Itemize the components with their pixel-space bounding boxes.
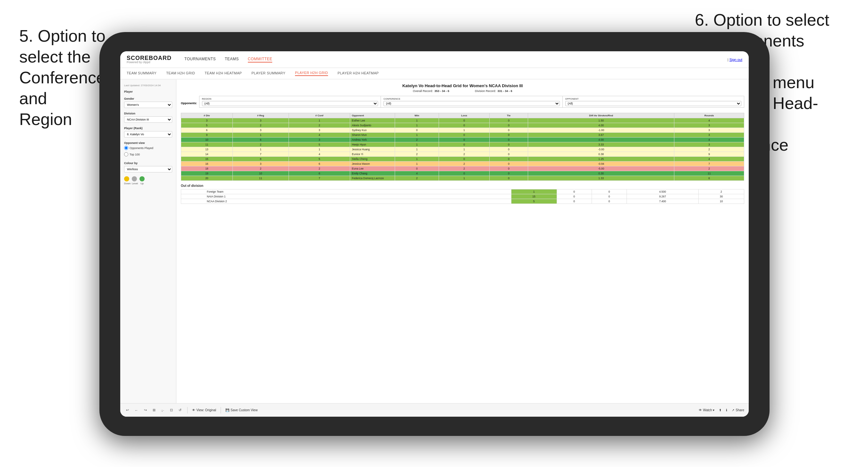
toolbar-info[interactable]: ℹ: [726, 408, 727, 412]
toolbar-grid[interactable]: ⊞: [151, 407, 157, 413]
watch-icon: 👁: [699, 408, 702, 412]
gender-label: Gender: [124, 97, 172, 100]
cell-conf: 7: [288, 176, 350, 181]
app-header: SCOREBOARD Powered by clippd TOURNAMENTS…: [120, 51, 749, 68]
out-table-row: NAIA Division 1 15 0 0 9.267 30: [181, 194, 744, 199]
logo-text: SCOREBOARD: [127, 55, 172, 61]
subnav-team-summary[interactable]: TEAM SUMMARY: [127, 71, 156, 75]
out-cell-tie: 0: [592, 194, 626, 199]
radio-opponents-played-input[interactable]: [124, 146, 128, 150]
toolbar-back[interactable]: ←: [133, 408, 140, 413]
tablet-screen: SCOREBOARD Powered by clippd TOURNAMENTS…: [120, 51, 749, 417]
toolbar-redo[interactable]: ↪: [143, 407, 148, 413]
cell-loss: 0: [439, 123, 489, 128]
out-cell-diff: 9.267: [626, 194, 699, 199]
table-body: 3 3 1 Esther Lee 1 0 0 1.50 4 5 2 2 Alex…: [181, 118, 744, 181]
out-cell-rounds: 30: [699, 194, 744, 199]
colour-legend: [124, 176, 172, 181]
colour-by-select[interactable]: Win/loss: [124, 166, 172, 173]
cell-loss: 0: [439, 171, 489, 176]
cell-diff: 0.38: [528, 152, 674, 157]
toolbar-undo[interactable]: ↩: [125, 407, 130, 413]
toolbar-export[interactable]: ⬆: [719, 408, 721, 412]
out-cell-loss: 0: [557, 194, 592, 199]
cell-div: 11: [181, 142, 233, 147]
nav-tournaments[interactable]: TOURNAMENTS: [184, 57, 216, 62]
cell-win: 1: [395, 161, 439, 166]
sidebar-division-section: Division NCAA Division III NCAA Division…: [124, 112, 172, 123]
region-filter-label: Region: [202, 97, 378, 100]
radio-top100[interactable]: Top 100: [124, 152, 172, 156]
circle-gray: [132, 176, 137, 181]
cell-diff: 4.00: [528, 123, 674, 128]
player-rank-select[interactable]: 8. Katelyn Vo: [124, 131, 172, 137]
cell-win: 1: [395, 123, 439, 128]
out-cell-diff: 4.500: [626, 189, 699, 194]
nav-teams[interactable]: TEAMS: [225, 57, 239, 62]
cell-div: 16: [181, 161, 233, 166]
cell-tie: 0: [490, 118, 528, 123]
cell-diff: 1.25: [528, 157, 674, 161]
cell-win: 1: [395, 142, 439, 147]
region-filter-select[interactable]: (All): [202, 101, 378, 106]
division-record: Division Record: 331 - 34 - 6: [475, 89, 513, 93]
subnav-player-h2h-grid[interactable]: PLAYER H2H GRID: [295, 71, 328, 76]
cell-win: 1: [395, 157, 439, 161]
cell-win: 2: [395, 137, 439, 142]
toolbar-save-custom[interactable]: 💾 Save Custom View: [225, 408, 257, 412]
label-down: Down: [124, 182, 129, 185]
toolbar-down[interactable]: ↓·: [160, 408, 165, 413]
cell-reg: 2: [232, 123, 288, 128]
circle-yellow: [124, 176, 129, 181]
subnav-player-h2h-heatmap[interactable]: PLAYER H2H HEATMAP: [338, 71, 379, 75]
subnav-player-summary[interactable]: PLAYER SUMMARY: [251, 71, 285, 75]
cell-conf: 3: [288, 137, 350, 142]
radio-top100-input[interactable]: [124, 152, 128, 156]
cell-rounds: 3: [674, 123, 744, 128]
cell-conf: 6: [288, 161, 350, 166]
radio-opponents-played[interactable]: Opponents Played: [124, 146, 172, 150]
toolbar-square[interactable]: ⊡: [169, 407, 174, 413]
cell-tie: 0: [490, 161, 528, 166]
sidebar-opponent-view-section: Opponent view Opponents Played Top 100: [124, 142, 172, 158]
nav-committee[interactable]: COMMITTEE: [248, 57, 273, 62]
cell-rounds: 3: [674, 133, 744, 137]
share-icon: ↗: [732, 408, 734, 412]
toolbar-watch[interactable]: 👁 Watch ▾: [699, 408, 715, 412]
header-sign-out: | Sign out: [727, 58, 742, 62]
conference-filter-select[interactable]: (All): [383, 101, 560, 106]
toolbar-share[interactable]: ↗ Share: [732, 408, 744, 412]
sidebar-colour-section: Colour by Win/loss: [124, 161, 172, 173]
share-label: Share: [736, 408, 744, 412]
col-opponent: Opponent: [350, 113, 395, 118]
app-logo: SCOREBOARD Powered by clippd: [127, 55, 172, 64]
label-level: Level: [132, 182, 137, 185]
cell-reg: 7: [232, 152, 288, 157]
opponent-filter-select[interactable]: (All): [565, 101, 742, 106]
content-area: Last Updated: 27/03/2024 14:04 Player Ge…: [120, 80, 749, 403]
cell-diff: 1.33: [528, 176, 674, 181]
cell-rounds: 3: [674, 128, 744, 133]
cell-diff: -0.94: [528, 161, 674, 166]
player-label: Player: [124, 90, 172, 93]
opponent-filter-label: Opponent: [565, 97, 742, 100]
cell-div: 10: [181, 137, 233, 142]
subnav-team-h2h-heatmap[interactable]: TEAM H2H HEATMAP: [205, 71, 242, 75]
division-select[interactable]: NCAA Division III NCAA Division I NCAA D…: [124, 116, 172, 123]
conference-filter-group: Conference (All): [381, 96, 563, 107]
table-header: # Div # Reg # Conf Opponent Win Loss Tie…: [181, 113, 744, 118]
subnav-team-h2h-grid[interactable]: TEAM H2H GRID: [166, 71, 195, 75]
cell-reg: 3: [232, 118, 288, 123]
cell-diff: -5.00: [528, 166, 674, 171]
col-tie: Tie: [490, 113, 528, 118]
sidebar-player-section: Player: [124, 90, 172, 93]
toolbar-view-original[interactable]: 👁 View: Original: [192, 408, 216, 412]
gender-select[interactable]: Women's Men's: [124, 102, 172, 108]
toolbar-refresh[interactable]: ↺: [177, 407, 183, 413]
conference-filter-label: Conference: [383, 97, 560, 100]
cell-loss: 0: [439, 133, 489, 137]
sign-out-link[interactable]: Sign out: [730, 58, 742, 62]
cell-tie: 0: [490, 147, 528, 152]
save-icon: 💾: [225, 408, 229, 412]
cell-loss: 1: [439, 176, 489, 181]
